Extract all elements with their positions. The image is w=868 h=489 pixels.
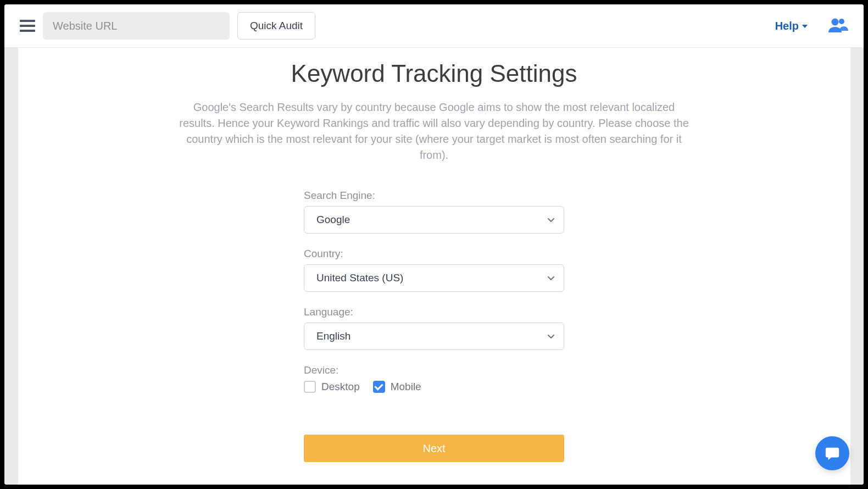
search-engine-field: Search Engine: Google [304, 190, 564, 234]
settings-form: Search Engine: Google Country: United St… [304, 190, 564, 462]
svg-point-1 [839, 19, 844, 24]
mobile-checkbox[interactable] [373, 381, 385, 393]
app-header: Quick Audit Help [4, 4, 864, 48]
website-url-input[interactable] [43, 12, 230, 40]
language-select[interactable]: English [304, 323, 564, 350]
svg-point-0 [832, 19, 839, 26]
main-background: Keyword Tracking Settings Google's Searc… [4, 48, 864, 485]
desktop-checkbox[interactable] [304, 381, 316, 393]
chevron-down-icon [547, 274, 555, 282]
main-panel: Keyword Tracking Settings Google's Searc… [18, 48, 850, 485]
page-title: Keyword Tracking Settings [18, 60, 850, 87]
device-label: Device: [304, 364, 564, 376]
quick-audit-button[interactable]: Quick Audit [237, 12, 315, 40]
help-dropdown[interactable]: Help [775, 20, 808, 32]
chevron-down-icon [547, 216, 555, 224]
chat-icon [824, 445, 841, 462]
language-field: Language: English [304, 306, 564, 350]
device-field: Device: Desktop Mobile [304, 364, 564, 393]
country-select[interactable]: United States (US) [304, 264, 564, 292]
country-value: United States (US) [316, 272, 403, 284]
country-label: Country: [304, 248, 564, 260]
search-engine-select[interactable]: Google [304, 206, 564, 234]
chevron-down-icon [547, 332, 555, 340]
language-value: English [316, 330, 350, 342]
language-label: Language: [304, 306, 564, 318]
next-button[interactable]: Next [304, 435, 564, 462]
caret-down-icon [802, 25, 808, 28]
search-engine-value: Google [316, 214, 350, 226]
country-field: Country: United States (US) [304, 248, 564, 292]
page-description: Google's Search Results vary by country … [176, 99, 692, 163]
help-label: Help [775, 20, 799, 32]
hamburger-menu-icon[interactable] [20, 20, 35, 32]
account-users-icon[interactable] [828, 17, 848, 35]
mobile-checkbox-label: Mobile [391, 381, 421, 393]
search-engine-label: Search Engine: [304, 190, 564, 202]
desktop-checkbox-label: Desktop [321, 381, 360, 393]
chat-widget-button[interactable] [815, 436, 849, 470]
